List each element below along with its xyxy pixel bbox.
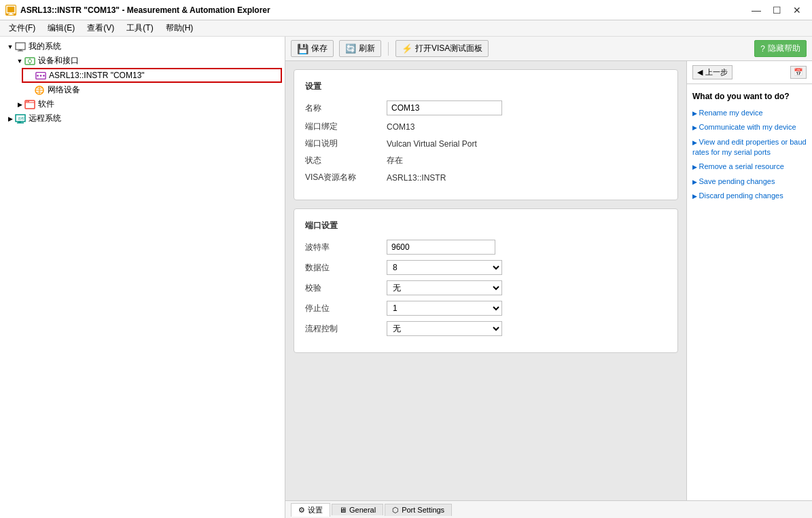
help-link-remove[interactable]: Remove a serial resource	[692, 162, 807, 172]
hide-help-button[interactable]: ? 隐藏帮助	[754, 40, 807, 57]
tab-settings[interactable]: ⚙ 设置	[291, 503, 330, 517]
name-input[interactable]	[387, 100, 502, 115]
tab-settings-label: 设置	[308, 505, 323, 515]
floppy-icon: 💾	[297, 43, 308, 54]
visa-test-button[interactable]: ⚡ 打开VISA测试面板	[395, 40, 489, 57]
svg-point-12	[40, 75, 42, 77]
svg-point-20	[28, 100, 29, 102]
tab-general-icon: 🖥	[339, 506, 347, 514]
tab-general-label: General	[349, 506, 376, 514]
refresh-icon: 🔄	[345, 43, 356, 54]
tree-item-remote[interactable]: 远程 远程系统	[3, 111, 282, 126]
tab-portsettings[interactable]: ⬡ Port Settings	[385, 504, 452, 516]
visa-icon: ⚡	[402, 43, 412, 54]
close-button[interactable]: ✕	[788, 3, 807, 18]
left-panel: 我的系统 设备和接口	[0, 37, 285, 518]
settings-section: 设置 名称 端口绑定 COM13 端口说明 Vulcan Virtual S	[294, 69, 678, 200]
svg-rect-1	[10, 13, 12, 14]
title-bar: ASRL13::INSTR "COM13" - Measurement & Au…	[0, 0, 812, 20]
tree-item-asrl13[interactable]: ASRL13::INSTR "COM13"	[22, 68, 282, 83]
databits-label: 数据位	[305, 262, 387, 274]
serial-port-icon	[35, 70, 46, 81]
port-settings-section: 端口设置 波特率 数据位 8 7 6 5	[294, 208, 678, 353]
svg-text:远程: 远程	[18, 116, 24, 120]
network-icon	[34, 85, 45, 96]
port-binding-label: 端口绑定	[305, 121, 387, 132]
status-value: 存在	[387, 155, 403, 166]
name-label: 名称	[305, 103, 387, 114]
svg-point-11	[37, 75, 39, 77]
baud-input[interactable]	[387, 240, 495, 255]
parity-row: 校验 无 奇 偶	[305, 280, 667, 295]
parity-label: 校验	[305, 282, 387, 294]
port-desc-row: 端口说明 Vulcan Virtual Serial Port	[305, 138, 667, 149]
name-row: 名称	[305, 100, 667, 115]
menu-bar: 文件(F) 编辑(E) 查看(V) 工具(T) 帮助(H)	[0, 20, 812, 37]
back-button[interactable]: ◀ 上一步	[692, 65, 732, 79]
help-link-discard[interactable]: Discard pending changes	[692, 191, 807, 201]
flowcontrol-select[interactable]: 无 硬件 软件	[387, 321, 502, 336]
visa-resource-label: VISA资源名称	[305, 172, 387, 183]
window-controls: — ☐ ✕	[747, 3, 807, 18]
help-header: ◀ 上一步 📅	[687, 61, 812, 84]
minimize-button[interactable]: —	[747, 3, 766, 18]
help-link-rename[interactable]: Rename my device	[692, 108, 807, 118]
tab-general[interactable]: 🖥 General	[332, 504, 383, 515]
port-binding-row: 端口绑定 COM13	[305, 121, 667, 132]
help-link-communicate[interactable]: Communicate with my device	[692, 122, 807, 132]
tree-item-mysystem[interactable]: 我的系统	[3, 39, 282, 54]
parity-select[interactable]: 无 奇 偶	[387, 280, 502, 295]
svg-point-13	[43, 75, 45, 77]
flowcontrol-row: 流程控制 无 硬件 软件	[305, 321, 667, 336]
svg-rect-5	[18, 50, 23, 51]
expand-software[interactable]	[15, 100, 24, 109]
menu-help[interactable]: 帮助(H)	[160, 20, 200, 36]
stopbits-row: 停止位 1 1.5 2	[305, 301, 667, 316]
help-link-save[interactable]: Save pending changes	[692, 177, 807, 187]
svg-rect-3	[16, 43, 25, 50]
calendar-icon: 📅	[794, 68, 803, 77]
maximize-button[interactable]: ☐	[767, 3, 786, 18]
tree-item-network[interactable]: 网络设备	[22, 83, 282, 97]
databits-row: 数据位 8 7 6 5	[305, 260, 667, 275]
tab-portsettings-icon: ⬡	[392, 506, 399, 515]
expand-remote[interactable]	[5, 114, 15, 124]
help-question: What do you want to do?	[692, 91, 807, 103]
mysystem-label: 我的系统	[29, 41, 61, 52]
expand-icon-devices[interactable]	[15, 56, 24, 66]
expand-icon[interactable]	[5, 42, 15, 52]
settings-title: 设置	[305, 81, 667, 92]
toolbar: 💾 保存 🔄 刷新 ⚡ 打开VISA测试面板 ? 隐藏帮助	[285, 37, 812, 61]
bottom-tabs: ⚙ 设置 🖥 General ⬡ Port Settings	[285, 500, 812, 518]
menu-tools[interactable]: 工具(T)	[120, 20, 159, 36]
save-button[interactable]: 💾 保存	[291, 40, 334, 57]
refresh-label: 刷新	[359, 43, 375, 54]
port-desc-value: Vulcan Virtual Serial Port	[387, 139, 477, 149]
content-split: 设置 名称 端口绑定 COM13 端口说明 Vulcan Virtual S	[285, 61, 812, 500]
help-link-view-edit[interactable]: View and edit properties or baud rates f…	[692, 137, 807, 158]
menu-edit[interactable]: 编辑(E)	[41, 20, 81, 36]
stopbits-select[interactable]: 1 1.5 2	[387, 301, 502, 316]
menu-file[interactable]: 文件(F)	[3, 20, 41, 36]
asrl13-label: ASRL13::INSTR "COM13"	[49, 71, 145, 80]
status-label: 状态	[305, 155, 387, 166]
menu-view[interactable]: 查看(V)	[81, 20, 120, 36]
devices-label: 设备和接口	[38, 55, 79, 67]
databits-select[interactable]: 8 7 6 5	[387, 260, 502, 275]
stopbits-label: 停止位	[305, 303, 387, 314]
help-content: What do you want to do? Rename my device…	[687, 84, 812, 500]
main-layout: 我的系统 设备和接口	[0, 37, 812, 518]
refresh-button[interactable]: 🔄 刷新	[339, 40, 381, 57]
app-icon	[5, 5, 16, 16]
back-label: 上一步	[705, 67, 728, 77]
right-area: 💾 保存 🔄 刷新 ⚡ 打开VISA测试面板 ? 隐藏帮助	[285, 37, 812, 518]
calendar-button[interactable]: 📅	[790, 66, 807, 79]
hide-help-label: 隐藏帮助	[768, 43, 800, 54]
tree-item-software[interactable]: 软件	[12, 97, 282, 111]
window-title: ASRL13::INSTR "COM13" - Measurement & Au…	[20, 5, 270, 15]
tree-item-devices[interactable]: 设备和接口	[12, 54, 282, 68]
svg-rect-0	[7, 6, 15, 13]
title-bar-left: ASRL13::INSTR "COM13" - Measurement & Au…	[5, 5, 270, 16]
tab-settings-icon: ⚙	[298, 506, 305, 515]
software-icon	[24, 99, 35, 110]
